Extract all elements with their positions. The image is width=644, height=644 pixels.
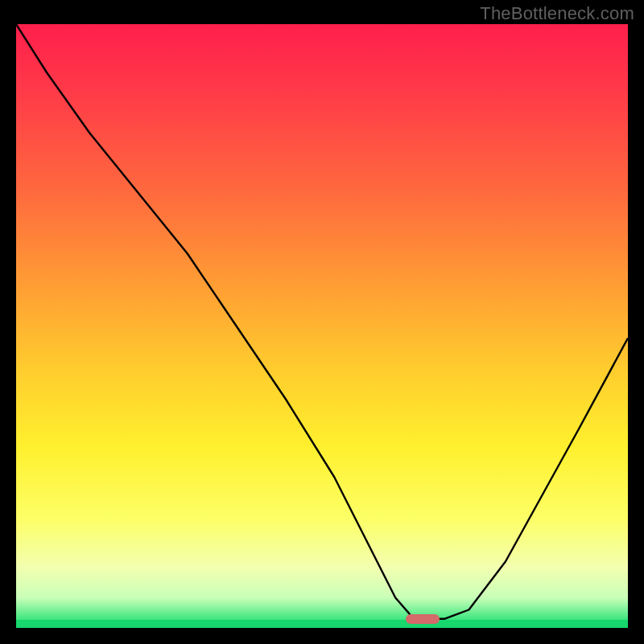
plot-area [16, 24, 628, 628]
watermark-text: TheBottleneck.com [480, 3, 634, 24]
optimum-marker [406, 614, 440, 624]
chart-frame: TheBottleneck.com [0, 0, 644, 644]
bottleneck-curve [16, 24, 628, 628]
